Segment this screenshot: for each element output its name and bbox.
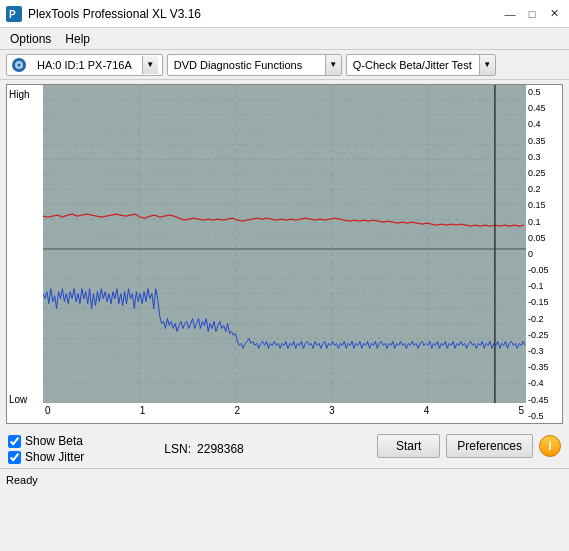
lsn-display: LSN: 2298368 [164, 442, 243, 456]
test-dropdown-arrow[interactable]: ▼ [479, 55, 495, 75]
app-icon: P [6, 6, 22, 22]
function-label: DVD Diagnostic Functions [168, 59, 325, 71]
maximize-button[interactable]: □ [523, 5, 541, 23]
x-axis: 0 1 2 3 4 5 [43, 403, 526, 423]
chart-plot [43, 85, 526, 403]
x-label-5: 5 [518, 405, 524, 416]
x-label-4: 4 [424, 405, 430, 416]
test-label: Q-Check Beta/Jitter Test [347, 59, 479, 71]
function-selector[interactable]: DVD Diagnostic Functions ▼ [167, 54, 342, 76]
show-beta-checkbox[interactable] [8, 435, 21, 448]
x-label-2: 2 [234, 405, 240, 416]
menu-options[interactable]: Options [6, 31, 55, 47]
y-low-label: Low [9, 394, 27, 405]
menu-bar: Options Help [0, 28, 569, 50]
bottom-right: Start Preferences i [377, 434, 561, 458]
toolbar: HA:0 ID:1 PX-716A ▼ DVD Diagnostic Funct… [0, 50, 569, 80]
title-bar: P PlexTools Professional XL V3.16 — □ ✕ [0, 0, 569, 28]
close-button[interactable]: ✕ [545, 5, 563, 23]
info-button[interactable]: i [539, 435, 561, 457]
menu-help[interactable]: Help [61, 31, 94, 47]
lsn-label: LSN: [164, 442, 191, 456]
window-title: PlexTools Professional XL V3.16 [28, 7, 201, 21]
bottom-panel: Show Beta Show Jitter LSN: 2298368 Start… [0, 428, 569, 468]
status-text: Ready [6, 474, 38, 486]
drive-dropdown-arrow[interactable]: ▼ [142, 56, 158, 74]
x-label-3: 3 [329, 405, 335, 416]
function-dropdown-arrow[interactable]: ▼ [325, 55, 341, 75]
svg-rect-5 [43, 85, 526, 403]
show-jitter-label: Show Jitter [25, 450, 84, 464]
x-label-0: 0 [45, 405, 51, 416]
drive-icon [11, 57, 27, 73]
y-axis-left: High Low [7, 85, 43, 423]
lsn-value: 2298368 [197, 442, 244, 456]
drive-label: HA:0 ID:1 PX-716A [31, 59, 138, 71]
minimize-button[interactable]: — [501, 5, 519, 23]
show-beta-row: Show Beta [8, 434, 84, 448]
status-bar: Ready [0, 468, 569, 490]
drive-selector[interactable]: HA:0 ID:1 PX-716A ▼ [6, 54, 163, 76]
show-jitter-checkbox[interactable] [8, 451, 21, 464]
preferences-button[interactable]: Preferences [446, 434, 533, 458]
show-beta-label: Show Beta [25, 434, 83, 448]
svg-text:P: P [9, 9, 16, 20]
start-button[interactable]: Start [377, 434, 440, 458]
show-jitter-row: Show Jitter [8, 450, 84, 464]
y-axis-right: 0.5 0.45 0.4 0.35 0.3 0.25 0.2 0.15 0.1 … [526, 85, 562, 423]
test-selector[interactable]: Q-Check Beta/Jitter Test ▼ [346, 54, 496, 76]
chart-svg [43, 85, 526, 403]
window-controls: — □ ✕ [501, 5, 563, 23]
bottom-left: Show Beta Show Jitter [8, 434, 84, 464]
x-label-1: 1 [140, 405, 146, 416]
svg-point-4 [18, 63, 21, 66]
chart-area: High Low [6, 84, 563, 424]
y-high-label: High [9, 89, 30, 100]
